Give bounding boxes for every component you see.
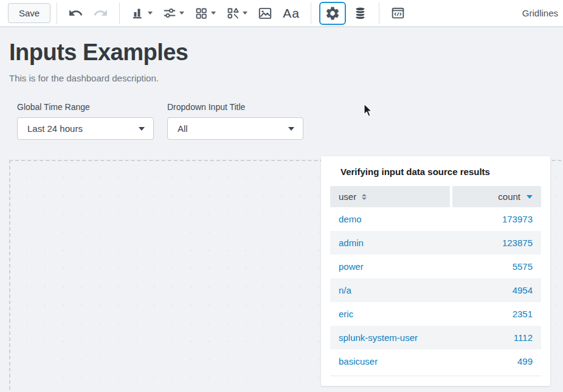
add-text-button[interactable]: Aa bbox=[280, 4, 303, 23]
shapes-icon bbox=[226, 6, 240, 21]
input-group-time-range: Global Time Range Last 24 hours bbox=[17, 102, 154, 140]
grid-icon bbox=[194, 6, 209, 21]
chevron-down-icon bbox=[148, 12, 153, 15]
database-icon bbox=[353, 5, 368, 21]
table-row[interactable]: basicuser 499 bbox=[330, 349, 541, 373]
bar-chart-icon bbox=[131, 6, 145, 21]
data-sources-button[interactable] bbox=[350, 3, 371, 23]
sort-both-icon bbox=[362, 194, 367, 200]
count-cell[interactable]: 173973 bbox=[451, 214, 541, 224]
count-cell[interactable]: 1112 bbox=[451, 332, 541, 343]
time-range-value: Last 24 hours bbox=[27, 123, 83, 134]
dropdown-input[interactable]: All bbox=[167, 117, 303, 140]
gear-icon bbox=[325, 5, 340, 21]
table-row[interactable]: n/a 4954 bbox=[330, 278, 541, 302]
save-button[interactable]: Save bbox=[8, 3, 50, 23]
sort-desc-icon bbox=[527, 195, 533, 199]
count-cell[interactable]: 499 bbox=[451, 356, 541, 366]
count-cell[interactable]: 2351 bbox=[451, 309, 541, 319]
column-header-user[interactable]: user bbox=[330, 186, 450, 207]
page-title: Inputs Examples bbox=[9, 40, 554, 66]
chevron-down-icon bbox=[243, 12, 247, 15]
redo-icon bbox=[93, 5, 108, 21]
time-range-dropdown[interactable]: Last 24 hours bbox=[17, 117, 154, 140]
add-image-button[interactable] bbox=[254, 3, 276, 24]
toolbar-divider bbox=[311, 2, 311, 24]
toolbar-divider bbox=[119, 2, 120, 24]
table-row[interactable]: demo 173973 bbox=[330, 207, 541, 231]
settings-button[interactable] bbox=[319, 2, 346, 25]
add-chart-button[interactable] bbox=[128, 4, 156, 23]
dropdown-input-label: Dropdown Input Title bbox=[167, 102, 303, 112]
toolbar-divider bbox=[57, 2, 57, 24]
user-cell[interactable]: admin bbox=[330, 238, 451, 248]
table-row[interactable]: splunk-system-user 1112 bbox=[330, 326, 541, 349]
user-cell[interactable]: demo bbox=[330, 214, 451, 224]
dashboard-header: Inputs Examples This is for the dashboar… bbox=[0, 27, 563, 83]
user-cell[interactable]: basicuser bbox=[330, 356, 451, 366]
table-panel[interactable]: Verifying input data source results user… bbox=[321, 156, 550, 386]
sliders-icon bbox=[162, 6, 177, 21]
toolbar-divider bbox=[379, 2, 379, 24]
layout-grid-button[interactable] bbox=[191, 4, 219, 23]
table-row[interactable]: eric 2351 bbox=[330, 302, 541, 326]
column-header-count[interactable]: count bbox=[452, 186, 541, 207]
dropdown-input-value: All bbox=[178, 123, 188, 134]
user-cell[interactable]: power bbox=[330, 261, 451, 272]
count-cell[interactable]: 4954 bbox=[451, 285, 541, 295]
panel-divider bbox=[330, 376, 541, 376]
input-group-dropdown: Dropdown Input Title All bbox=[167, 102, 303, 140]
chevron-down-icon bbox=[288, 127, 294, 131]
table-row[interactable]: power 5575 bbox=[330, 255, 541, 278]
count-cell[interactable]: 5575 bbox=[451, 261, 541, 272]
redo-button[interactable] bbox=[90, 3, 111, 23]
panel-title: Verifying input data source results bbox=[340, 167, 531, 177]
inputs-row: Global Time Range Last 24 hours Dropdown… bbox=[0, 102, 563, 140]
code-icon bbox=[390, 5, 406, 21]
table-row[interactable]: admin 123875 bbox=[330, 231, 541, 255]
count-cell[interactable]: 123875 bbox=[451, 238, 541, 248]
user-cell[interactable]: splunk-system-user bbox=[330, 332, 451, 343]
gridlines-label[interactable]: Gridlines bbox=[522, 8, 559, 18]
time-range-label: Global Time Range bbox=[17, 102, 154, 112]
source-code-button[interactable] bbox=[387, 3, 409, 23]
page-description: This is for the dashboard description. bbox=[9, 73, 554, 83]
undo-icon bbox=[68, 5, 83, 21]
column-label: count bbox=[498, 191, 520, 202]
chevron-down-icon bbox=[179, 12, 184, 15]
user-cell[interactable]: n/a bbox=[330, 285, 451, 295]
undo-button[interactable] bbox=[65, 3, 86, 23]
image-icon bbox=[257, 5, 273, 21]
column-label: user bbox=[339, 191, 356, 202]
editor-toolbar: Save bbox=[0, 0, 563, 27]
add-shape-button[interactable] bbox=[223, 4, 250, 23]
add-input-button[interactable] bbox=[159, 4, 187, 23]
chevron-down-icon bbox=[211, 12, 216, 15]
user-cell[interactable]: eric bbox=[330, 309, 451, 319]
chevron-down-icon bbox=[139, 127, 145, 131]
text-tool-label: Aa bbox=[283, 6, 300, 21]
table-header-row: user count bbox=[330, 186, 541, 207]
